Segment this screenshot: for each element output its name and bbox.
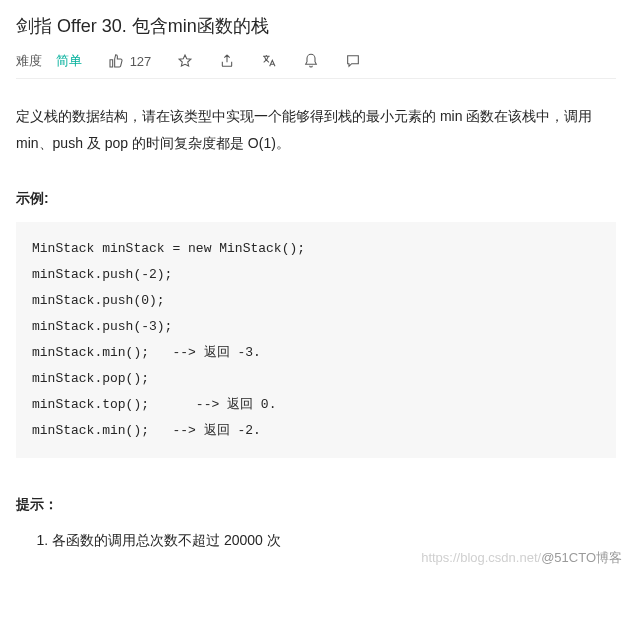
tips-list: 各函数的调用总次数不超过 20000 次	[16, 528, 616, 553]
meta-row: 难度 简单 127	[16, 52, 616, 70]
difficulty: 难度 简单	[16, 52, 82, 70]
page-title: 剑指 Offer 30. 包含min函数的栈	[16, 14, 616, 38]
problem-description: 定义栈的数据结构，请在该类型中实现一个能够得到栈的最小元素的 min 函数在该栈…	[16, 103, 616, 156]
star-icon[interactable]	[177, 53, 193, 69]
tips-heading: 提示：	[16, 496, 616, 514]
difficulty-label: 难度	[16, 53, 42, 68]
difficulty-value: 简单	[56, 53, 82, 68]
share-icon[interactable]	[219, 53, 235, 69]
likes-count: 127	[130, 54, 152, 69]
example-heading: 示例:	[16, 190, 616, 208]
translate-icon[interactable]	[261, 53, 277, 69]
feedback-icon[interactable]	[345, 53, 361, 69]
likes-button[interactable]: 127	[108, 53, 152, 69]
list-item: 各函数的调用总次数不超过 20000 次	[52, 528, 616, 553]
bell-icon[interactable]	[303, 53, 319, 69]
thumbs-up-icon	[108, 53, 124, 69]
divider	[16, 78, 616, 79]
example-code: MinStack minStack = new MinStack(); minS…	[16, 222, 616, 458]
